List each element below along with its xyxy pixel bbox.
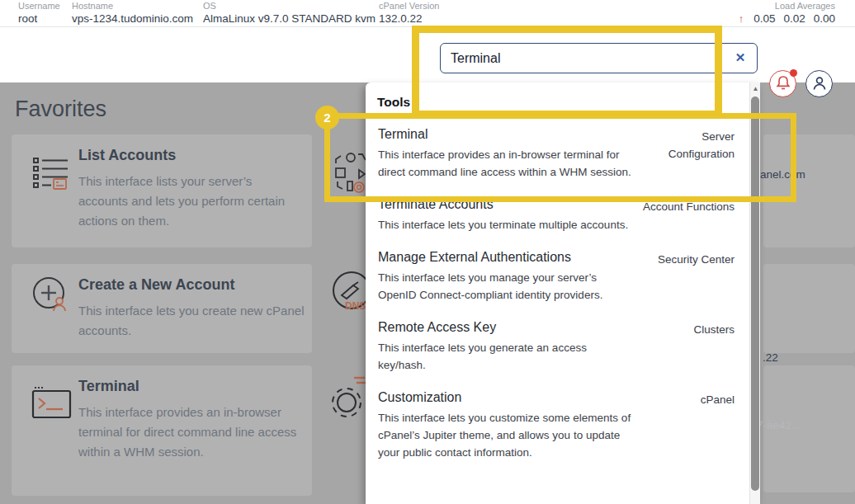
favorites-heading: Favorites bbox=[15, 97, 106, 122]
dns-icon: DNS bbox=[332, 269, 366, 322]
notifications-button[interactable] bbox=[769, 70, 796, 97]
result-description: This interface lets you terminate multip… bbox=[378, 216, 636, 233]
app-header: ✕ bbox=[0, 27, 855, 82]
svg-text:DNS: DNS bbox=[345, 300, 366, 312]
fragment-license-text: 7-ae42... bbox=[757, 419, 801, 431]
cpanel-version-label: cPanel Version bbox=[379, 1, 439, 11]
os-label: OS bbox=[203, 1, 376, 11]
notification-dot bbox=[790, 69, 797, 77]
result-category: Security Center bbox=[636, 249, 735, 304]
load-1min: 0.05 bbox=[753, 12, 775, 25]
username-value: root bbox=[18, 12, 60, 25]
result-title[interactable]: Terminate Accounts bbox=[378, 196, 636, 213]
fragment-email-text: anel.com bbox=[760, 168, 805, 181]
load-5min: 0.02 bbox=[783, 12, 805, 25]
load-averages: Load Averages ↑ 0.05 0.02 0.00 bbox=[739, 0, 835, 25]
result-title[interactable]: Remote Access Key bbox=[378, 319, 636, 336]
card-create-account[interactable]: Create a New Account This interface lets… bbox=[12, 264, 312, 353]
search-input[interactable] bbox=[440, 43, 758, 73]
card-list-accounts[interactable]: List Accounts This interface lists your … bbox=[12, 134, 312, 247]
user-menu-button[interactable] bbox=[805, 70, 833, 97]
result-category: cPanel bbox=[636, 389, 735, 461]
card-title[interactable]: Create a New Account bbox=[78, 276, 305, 294]
card-description: This interface lets you create new cPane… bbox=[78, 301, 305, 341]
result-terminal[interactable]: Terminal This interface provides an in-b… bbox=[366, 120, 749, 190]
result-terminate-accounts[interactable]: Terminate Accounts This interface lets y… bbox=[366, 190, 749, 243]
results-section-heading: Tools bbox=[366, 82, 749, 120]
cpanel-version-value: 132.0.22 bbox=[379, 12, 439, 25]
search-results-dropdown: Tools Terminal This interface provides a… bbox=[366, 82, 760, 504]
scroll-up-icon[interactable]: ▲ bbox=[752, 85, 759, 92]
result-manage-external-authentications[interactable]: Manage External Authentications This int… bbox=[366, 243, 749, 313]
create-account-icon bbox=[31, 276, 71, 317]
result-description: This interface lets you generate an acce… bbox=[378, 339, 636, 374]
card-terminal[interactable]: Terminal This interface provides an in-b… bbox=[12, 365, 312, 496]
dropdown-scrollbar[interactable]: ▲ bbox=[749, 82, 760, 504]
card-description: This interface lists your server’s accou… bbox=[78, 172, 305, 231]
background-card-fragment bbox=[763, 134, 855, 247]
result-description: This interface provides an in-browser te… bbox=[378, 146, 636, 181]
username-label: Username bbox=[18, 1, 60, 11]
gear-icon bbox=[329, 371, 366, 426]
server-info-bar: Username root Hostname vps-1234.tudomini… bbox=[0, 0, 855, 27]
hostname-value: vps-1234.tudominio.com bbox=[72, 12, 193, 25]
load-up-arrow-icon: ↑ bbox=[739, 12, 744, 25]
result-description: This interface lets you manage your serv… bbox=[378, 269, 636, 304]
list-accounts-icon bbox=[31, 154, 69, 194]
result-title[interactable]: Customization bbox=[378, 389, 636, 406]
card-description: This interface provides an in-browser te… bbox=[78, 403, 305, 462]
card-title[interactable]: Terminal bbox=[78, 378, 305, 395]
load-averages-label: Load Averages bbox=[739, 1, 835, 11]
card-title[interactable]: List Accounts bbox=[78, 147, 305, 164]
terminal-icon bbox=[31, 385, 73, 423]
result-customization[interactable]: Customization This interface lets you cu… bbox=[366, 383, 749, 470]
user-icon bbox=[807, 71, 832, 96]
step-2-badge: 2 bbox=[315, 106, 339, 130]
result-category: Account Functions bbox=[636, 196, 735, 233]
result-title[interactable]: Terminal bbox=[378, 126, 636, 143]
result-category: Clusters bbox=[636, 319, 735, 374]
result-category: Server Configuration bbox=[636, 126, 735, 181]
load-15min: 0.00 bbox=[814, 12, 835, 25]
clear-search-icon[interactable]: ✕ bbox=[731, 49, 749, 67]
result-description: This interface lets you customize some e… bbox=[378, 409, 636, 461]
hostname-label: Hostname bbox=[72, 1, 193, 11]
scrollbar-thumb[interactable] bbox=[751, 97, 759, 491]
result-remote-access-key[interactable]: Remote Access Key This interface lets yo… bbox=[366, 313, 749, 383]
fragment-ip-text: .22 bbox=[763, 351, 778, 364]
os-value: AlmaLinux v9.7.0 STANDARD kvm bbox=[203, 12, 376, 25]
result-title[interactable]: Manage External Authentications bbox=[378, 249, 636, 266]
transfer-tool-icon bbox=[333, 150, 366, 200]
background-card-fragment bbox=[763, 264, 855, 353]
